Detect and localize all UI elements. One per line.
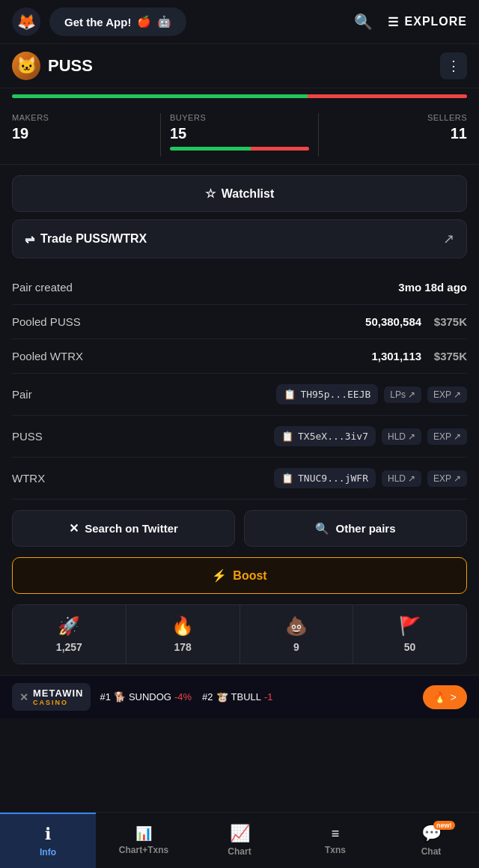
- lightning-icon: ⚡: [212, 568, 227, 583]
- puss-address-chip[interactable]: 📋 TX5eX...3iv7: [274, 426, 376, 446]
- fire-icon: 🔥: [433, 691, 446, 703]
- explore-button[interactable]: ☰ EXPLORE: [388, 15, 467, 29]
- trade-button[interactable]: ⇌ Trade PUSS/WTRX ↗: [12, 219, 467, 258]
- progress-bar-top: [12, 94, 467, 98]
- sellers-value: 11: [328, 125, 467, 142]
- wtrx-label: WTRX: [12, 472, 45, 485]
- external-icon: ↗: [408, 431, 415, 442]
- ad-brand-sub: CASINO: [33, 699, 83, 706]
- watchlist-button[interactable]: ☆ Watchlist: [12, 175, 467, 212]
- apple-icon: 🍎: [137, 15, 151, 28]
- nav-chat-label: Chat: [421, 846, 442, 857]
- external-icon: ↗: [454, 431, 461, 442]
- token-name: PUSS: [48, 56, 93, 76]
- puss-exp-link[interactable]: EXP ↗: [427, 428, 467, 445]
- external-icon: ↗: [408, 473, 415, 484]
- flag-emoji: 🚩: [399, 616, 421, 637]
- ad-logo[interactable]: ✕ METAWIN CASINO: [12, 683, 91, 711]
- makers-stat: MAKERS 19: [12, 113, 151, 157]
- red-bar-bottom: [251, 147, 309, 151]
- buyers-value: 15: [170, 125, 309, 142]
- external-icon: ↗: [454, 389, 461, 400]
- pair-label: Pair: [12, 388, 32, 401]
- watchlist-label: Watchlist: [222, 187, 275, 201]
- buyers-label: BUYERS: [170, 113, 309, 122]
- explore-label: EXPLORE: [405, 15, 467, 28]
- rocket-count: 1,257: [56, 641, 82, 653]
- nav-chart[interactable]: 📈 Chart: [192, 813, 287, 868]
- pooled-puss-value: 50,380,584 $375K: [365, 315, 467, 328]
- nav-chart-txns-label: Chart+Txns: [119, 845, 168, 855]
- pooled-puss-label: Pooled PUSS: [12, 315, 81, 328]
- external-icon: ↗: [454, 473, 461, 484]
- chart-icon: 📈: [230, 824, 250, 843]
- nav-chat[interactable]: 💬 new! Chat: [383, 813, 479, 868]
- bottom-nav: ℹ Info 📊 Chart+Txns 📈 Chart ≡ Txns 💬 new…: [0, 812, 479, 868]
- ad-x-icon: ✕: [19, 691, 28, 703]
- pair-address-chip[interactable]: 📋 TH95p...EEJB: [276, 384, 378, 404]
- reaction-fire[interactable]: 🔥 178: [126, 605, 240, 664]
- star-icon: ☆: [205, 186, 216, 201]
- ad-fire-button[interactable]: 🔥 >: [423, 685, 467, 709]
- hamburger-icon: ☰: [388, 15, 399, 29]
- rocket-emoji: 🚀: [58, 616, 80, 637]
- pair-address: TH95p...EEJB: [300, 389, 370, 400]
- search-icon: 🔍: [315, 522, 329, 535]
- nav-txns-label: Txns: [325, 845, 346, 855]
- get-app-label: Get the App!: [64, 16, 131, 28]
- trade-label: Trade PUSS/WTRX: [40, 232, 147, 246]
- pair-created-label: Pair created: [12, 281, 73, 294]
- buyers-stat: BUYERS 15: [170, 113, 309, 157]
- nav-info-label: Info: [40, 847, 56, 858]
- wtrx-exp-link[interactable]: EXP ↗: [427, 470, 467, 487]
- green-bar-bottom: [170, 147, 251, 151]
- puss-hld-link[interactable]: HLD ↗: [382, 428, 421, 445]
- ticker-sundog: #1 🐕 SUNDOG -4%: [100, 691, 192, 702]
- poop-count: 9: [293, 641, 299, 653]
- wtrx-address-row: WTRX 📋 TNUC9...jWFR HLD ↗ EXP ↗: [12, 458, 467, 500]
- token-avatar: 🐱: [12, 52, 40, 80]
- reactions-row: 🚀 1,257 🔥 178 💩 9 🚩 50: [12, 604, 467, 664]
- pair-created-row: Pair created 3mo 18d ago: [12, 270, 467, 305]
- other-pairs-button[interactable]: 🔍 Other pairs: [244, 510, 467, 547]
- pair-lps-link[interactable]: LPs ↗: [384, 386, 421, 403]
- info-icon: ℹ: [45, 825, 51, 844]
- boost-label: Boost: [233, 569, 266, 583]
- wtrx-address: TNUC9...jWFR: [298, 473, 368, 484]
- reaction-rocket[interactable]: 🚀 1,257: [13, 605, 126, 664]
- search-button[interactable]: 🔍: [354, 13, 373, 31]
- pair-exp-link[interactable]: EXP ↗: [427, 386, 467, 403]
- nav-chart-txns[interactable]: 📊 Chart+Txns: [96, 813, 192, 868]
- search-twitter-button[interactable]: ✕ Search on Twitter: [12, 510, 235, 547]
- stats-row: MAKERS 19 BUYERS 15 SELLERS 11: [0, 109, 479, 165]
- reaction-poop[interactable]: 💩 9: [240, 605, 354, 664]
- sellers-stat: SELLERS 11: [328, 113, 467, 157]
- nav-info[interactable]: ℹ Info: [0, 813, 96, 868]
- reaction-flag[interactable]: 🚩 50: [353, 605, 466, 664]
- poop-emoji: 💩: [285, 616, 308, 637]
- nav-chart-label: Chart: [228, 846, 251, 857]
- nav-txns[interactable]: ≡ Txns: [287, 813, 383, 868]
- pooled-wtrx-label: Pooled WTRX: [12, 350, 83, 362]
- copy-icon: 📋: [281, 431, 293, 442]
- boost-button[interactable]: ⚡ Boost: [12, 557, 467, 594]
- makers-value: 19: [12, 125, 151, 142]
- wtrx-hld-link[interactable]: HLD ↗: [382, 470, 421, 487]
- pooled-wtrx-value: 1,301,113 $375K: [371, 350, 467, 362]
- external-link-icon: ↗: [443, 231, 454, 247]
- puss-address: TX5eX...3iv7: [298, 431, 368, 442]
- get-app-button[interactable]: Get the App! 🍎 🤖: [49, 7, 186, 36]
- progress-section: [0, 88, 479, 109]
- info-section: Pair created 3mo 18d ago Pooled PUSS 50,…: [0, 270, 479, 500]
- wtrx-address-chip[interactable]: 📋 TNUC9...jWFR: [274, 468, 376, 488]
- more-options-button[interactable]: ⋮: [440, 52, 467, 79]
- chat-badge: new!: [433, 821, 455, 830]
- ad-banner: ✕ METAWIN CASINO #1 🐕 SUNDOG -4% #2 🐮 TB…: [0, 675, 479, 718]
- swap-icon: ⇌: [25, 232, 34, 246]
- pooled-puss-row: Pooled PUSS 50,380,584 $375K: [12, 305, 467, 339]
- copy-icon: 📋: [281, 473, 293, 484]
- pooled-wtrx-row: Pooled WTRX 1,301,113 $375K: [12, 339, 467, 374]
- fire-emoji: 🔥: [171, 616, 194, 637]
- twitter-x-icon: ✕: [69, 521, 79, 535]
- android-icon: 🤖: [157, 15, 171, 28]
